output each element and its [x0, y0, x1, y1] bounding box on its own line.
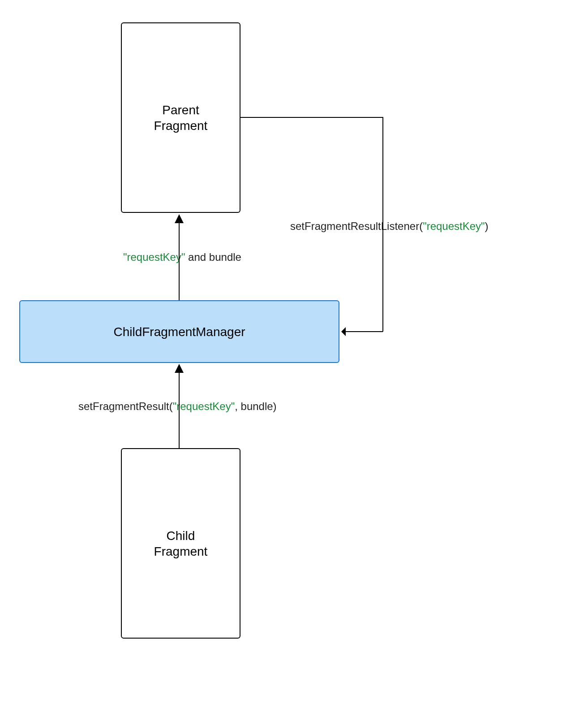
listener-key: "requestKey"	[423, 220, 485, 232]
parent-fragment-label: Parent Fragment	[154, 102, 208, 134]
listener-label: setFragmentResultListener("requestKey")	[290, 220, 489, 233]
child-fragment-manager-label: ChildFragmentManager	[113, 324, 245, 340]
child-fragment-manager-box: ChildFragmentManager	[19, 300, 339, 363]
parent-line2: Fragment	[154, 119, 208, 133]
listener-suffix: )	[485, 220, 489, 232]
set-result-prefix: setFragmentResult(	[78, 400, 173, 412]
child-fragment-box: Child Fragment	[121, 448, 240, 639]
result-up-rest: and bundle	[185, 251, 241, 263]
result-up-label: "requestKey" and bundle	[123, 251, 241, 263]
edge-result-up-arrowhead	[175, 214, 184, 223]
edge-listener-arrowhead	[341, 327, 346, 336]
child-line1: Child	[167, 529, 195, 543]
parent-line1: Parent	[162, 103, 199, 117]
edge-set-result-arrowhead	[175, 364, 184, 373]
parent-fragment-box: Parent Fragment	[121, 22, 240, 213]
set-result-suffix: , bundle)	[235, 400, 276, 412]
child-fragment-label: Child Fragment	[154, 528, 208, 559]
listener-prefix: setFragmentResultListener(	[290, 220, 423, 232]
child-line2: Fragment	[154, 544, 208, 558]
result-up-key: "requestKey"	[123, 251, 185, 263]
set-result-key: "requestKey"	[173, 400, 235, 412]
set-result-label: setFragmentResult("requestKey", bundle)	[78, 400, 277, 413]
